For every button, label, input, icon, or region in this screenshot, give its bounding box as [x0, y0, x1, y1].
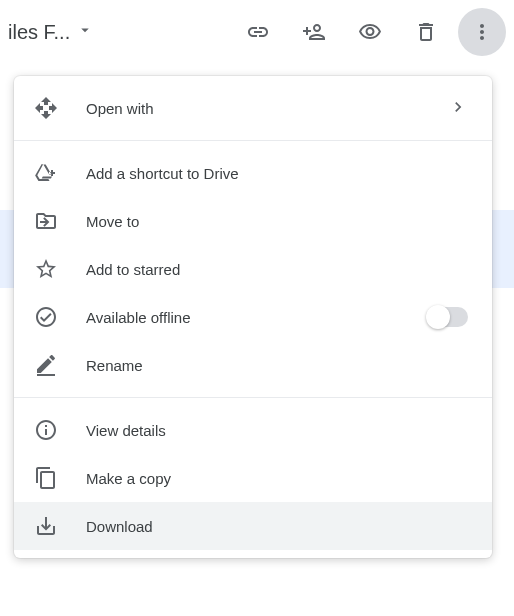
- menu-label: Move to: [86, 213, 468, 230]
- link-icon: [246, 20, 270, 44]
- more-actions-button[interactable]: [458, 8, 506, 56]
- menu-label: Rename: [86, 357, 468, 374]
- download-icon: [34, 514, 58, 538]
- chevron-right-icon: [448, 97, 468, 120]
- menu-label: Open with: [86, 100, 420, 117]
- menu-label: Download: [86, 518, 468, 535]
- preview-button[interactable]: [346, 8, 394, 56]
- menu-item-add-shortcut[interactable]: Add a shortcut to Drive: [14, 149, 492, 197]
- folder-move-icon: [34, 209, 58, 233]
- copy-icon: [34, 466, 58, 490]
- get-link-button[interactable]: [234, 8, 282, 56]
- eye-icon: [358, 20, 382, 44]
- caret-down-icon: [76, 21, 94, 44]
- menu-item-available-offline[interactable]: Available offline: [14, 293, 492, 341]
- menu-label: View details: [86, 422, 468, 439]
- open-with-icon: [34, 96, 58, 120]
- toolbar: iles F...: [0, 0, 514, 64]
- menu-item-move-to[interactable]: Move to: [14, 197, 492, 245]
- context-menu: Open with Add a shortcut to Drive Move t…: [14, 76, 492, 558]
- trash-icon: [414, 20, 438, 44]
- menu-item-add-starred[interactable]: Add to starred: [14, 245, 492, 293]
- offline-toggle[interactable]: [428, 307, 468, 327]
- menu-item-make-copy[interactable]: Make a copy: [14, 454, 492, 502]
- offline-icon: [34, 305, 58, 329]
- menu-label: Add a shortcut to Drive: [86, 165, 468, 182]
- info-icon: [34, 418, 58, 442]
- drive-shortcut-icon: [34, 161, 58, 185]
- menu-label: Add to starred: [86, 261, 468, 278]
- share-button[interactable]: [290, 8, 338, 56]
- rename-icon: [34, 353, 58, 377]
- divider: [14, 397, 492, 398]
- menu-item-view-details[interactable]: View details: [14, 406, 492, 454]
- menu-item-open-with[interactable]: Open with: [14, 84, 492, 132]
- menu-label: Available offline: [86, 309, 400, 326]
- menu-label: Make a copy: [86, 470, 468, 487]
- delete-button[interactable]: [402, 8, 450, 56]
- page-title: iles F...: [8, 21, 70, 44]
- breadcrumb[interactable]: iles F...: [8, 21, 94, 44]
- menu-item-download[interactable]: Download: [14, 502, 492, 550]
- divider: [14, 140, 492, 141]
- more-vert-icon: [470, 20, 494, 44]
- person-add-icon: [302, 20, 326, 44]
- star-icon: [34, 257, 58, 281]
- menu-item-rename[interactable]: Rename: [14, 341, 492, 389]
